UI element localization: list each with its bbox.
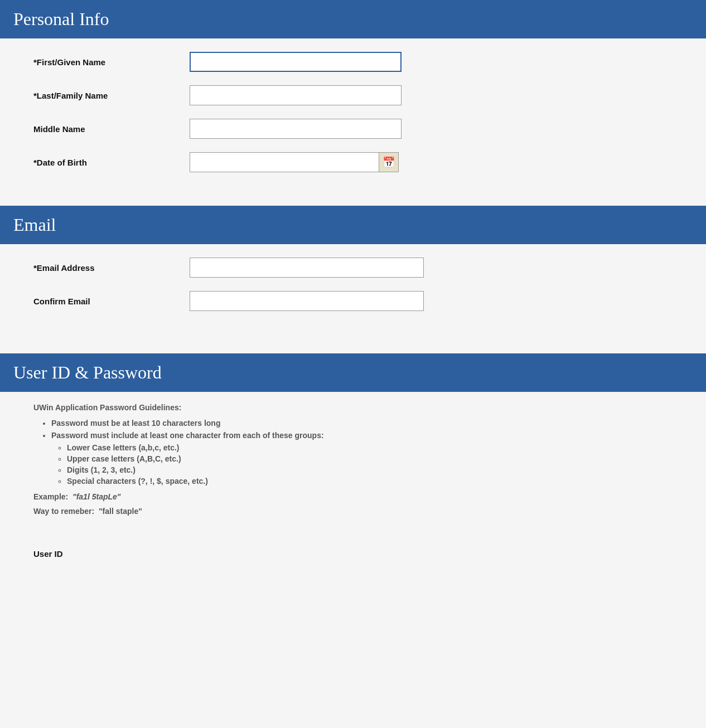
email-address-input[interactable] [190, 258, 424, 278]
email-address-row: *Email Address [33, 258, 673, 278]
remember-value: "fall staple" [99, 507, 142, 516]
guideline-item-1: Password must be at least 10 characters … [51, 419, 673, 428]
email-section: Email *Email Address Confirm Email [0, 206, 706, 344]
guidelines-list: Password must be at least 10 characters … [33, 419, 673, 486]
spacer [0, 344, 706, 353]
first-name-input[interactable] [190, 52, 402, 72]
date-wrapper: 📅 [190, 152, 399, 172]
last-name-input[interactable] [190, 85, 402, 105]
middle-name-label: Middle Name [33, 124, 190, 134]
example-text: Example: "fa1l 5tapLe" [33, 492, 673, 501]
calendar-icon[interactable]: 📅 [379, 152, 399, 172]
email-body: *Email Address Confirm Email [0, 244, 706, 344]
last-name-label: *Last/Family Name [33, 91, 190, 100]
user-id-label: User ID [33, 549, 190, 559]
user-id-password-header: User ID & Password [0, 353, 706, 392]
guidelines-sublist: Lower Case letters (a,b,c, etc.) Upper c… [51, 443, 673, 486]
subguideline-item-1: Lower Case letters (a,b,c, etc.) [67, 443, 673, 452]
personal-info-header: Personal Info [0, 0, 706, 38]
personal-info-section: Personal Info *First/Given Name *Last/Fa… [0, 0, 706, 206]
email-address-label: *Email Address [33, 263, 190, 273]
user-id-row: User ID [33, 549, 673, 559]
email-header: Email [0, 206, 706, 244]
guideline-item-2: Password must include at least one chara… [51, 431, 673, 486]
middle-name-input[interactable] [190, 119, 402, 139]
remember-label: Way to remeber: [33, 507, 94, 516]
date-of-birth-label: *Date of Birth [33, 158, 190, 167]
date-of-birth-row: *Date of Birth 📅 [33, 152, 673, 172]
confirm-email-input[interactable] [190, 291, 424, 311]
example-label: Example: [33, 492, 68, 501]
first-name-row: *First/Given Name [33, 52, 673, 72]
remember-text: Way to remeber: "fall staple" [33, 507, 673, 516]
user-id-field-section: User ID [0, 538, 706, 583]
subguideline-item-4: Special characters (?, !, $, space, etc.… [67, 477, 673, 486]
confirm-email-label: Confirm Email [33, 297, 190, 306]
date-of-birth-input[interactable] [190, 152, 379, 172]
first-name-label: *First/Given Name [33, 57, 190, 67]
confirm-email-row: Confirm Email [33, 291, 673, 311]
personal-info-body: *First/Given Name *Last/Family Name Midd… [0, 38, 706, 206]
user-id-password-section: User ID & Password UWin Application Pass… [0, 353, 706, 583]
example-value: "fa1l 5tapLe" [72, 492, 120, 501]
password-guidelines: UWin Application Password Guidelines: Pa… [0, 392, 706, 538]
last-name-row: *Last/Family Name [33, 85, 673, 105]
guidelines-title: UWin Application Password Guidelines: [33, 403, 673, 412]
subguideline-item-2: Upper case letters (A,B,C, etc.) [67, 454, 673, 463]
middle-name-row: Middle Name [33, 119, 673, 139]
subguideline-item-3: Digits (1, 2, 3, etc.) [67, 465, 673, 474]
